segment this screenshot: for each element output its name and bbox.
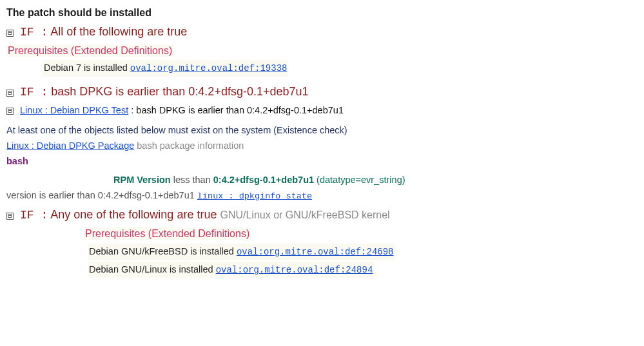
prereq-item: Debian GNU/kFreeBSD is installed oval:or…: [88, 244, 638, 260]
minus-icon[interactable]: ⊟: [6, 90, 14, 97]
if-keyword: IF :: [20, 209, 48, 222]
evr-value: 0:4.2+dfsg-0.1+deb7u1: [213, 175, 314, 185]
page-title: The patch should be installed: [6, 5, 638, 21]
oval-def-link[interactable]: oval:org.mitre.oval:def:19338: [130, 63, 288, 73]
if-keyword: IF :: [20, 86, 48, 99]
test-colon: :: [128, 105, 136, 115]
if-text: All of the following are true: [48, 25, 187, 38]
dpkg-package-link[interactable]: Linux : Debian DPKG Package: [6, 140, 134, 151]
minus-icon[interactable]: ⊟: [6, 108, 14, 115]
datatype-annot: (datatype=evr_string): [314, 175, 405, 185]
if-clause-bash-dpkg: ⊟ IF : bash DPKG is earlier than 0:4.2+d…: [6, 83, 638, 102]
test-desc: bash DPKG is earlier than 0:4.2+dfsg-0.1…: [136, 105, 344, 115]
rpm-version-line: RPM Version less than 0:4.2+dfsg-0.1+deb…: [113, 173, 638, 187]
minus-icon[interactable]: ⊟: [6, 213, 14, 220]
version-earlier-text: version is earlier than 0:4.2+dfsg-0.1+d…: [6, 190, 197, 200]
dpkg-test-link[interactable]: Linux : Debian DPKG Test: [20, 105, 128, 115]
dpkginfo-state-link[interactable]: linux : dpkginfo_state: [197, 191, 312, 201]
prereq-item: Debian 7 is installed oval:org.mitre.ova…: [43, 60, 638, 77]
oval-def-link[interactable]: oval:org.mitre.oval:def:24894: [216, 265, 373, 275]
if-text: Any one of the following are true: [48, 208, 217, 221]
prereq-text: Debian GNU/Linux is installed: [89, 264, 216, 274]
dpkg-object-desc: bash package information: [134, 140, 244, 151]
prereq-item: Debian GNU/Linux is installed oval:org.m…: [88, 262, 638, 278]
prereq-header: Prerequisites (Extended Definitions): [84, 226, 638, 242]
dpkg-object-line: Linux : Debian DPKG Package bash package…: [6, 139, 638, 153]
prereq-header: Prerequisites (Extended Definitions): [6, 43, 638, 59]
rpm-version-label: RPM Version: [113, 175, 171, 185]
existence-note: At least one of the objects listed below…: [6, 123, 638, 137]
version-earlier-line: version is earlier than 0:4.2+dfsg-0.1+d…: [6, 188, 638, 204]
minus-icon[interactable]: ⊟: [6, 30, 14, 37]
if-clause-any-true: ⊟ IF : Any one of the following are true…: [6, 206, 638, 225]
if-keyword: IF :: [20, 26, 48, 39]
prereq-text: Debian GNU/kFreeBSD is installed: [89, 246, 237, 256]
package-name: bash: [6, 154, 638, 168]
if-text: bash DPKG is earlier than 0:4.2+dfsg-0.1…: [48, 85, 308, 98]
less-than-text: less than: [171, 175, 213, 185]
if-clause-all-true: ⊟ IF : All of the following are true: [6, 23, 638, 42]
if-annotation: GNU/Linux or GNU/kFreeBSD kernel: [220, 209, 389, 220]
oval-def-link[interactable]: oval:org.mitre.oval:def:24698: [237, 247, 394, 257]
dpkg-test-line: ⊟ Linux : Debian DPKG Test : bash DPKG i…: [6, 103, 638, 117]
prereq-text: Debian 7 is installed: [44, 62, 130, 73]
